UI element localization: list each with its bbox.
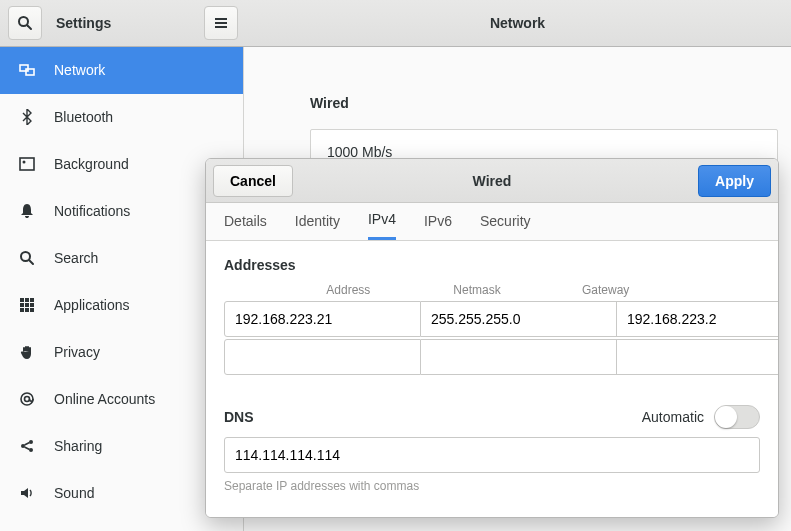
sidebar-item-label: Online Accounts (54, 391, 155, 407)
svg-line-26 (25, 447, 30, 450)
dialog-tabs: Details Identity IPv4 IPv6 Security (206, 203, 778, 241)
bluetooth-icon (18, 109, 36, 125)
address-input[interactable] (224, 301, 421, 337)
cancel-button[interactable]: Cancel (213, 165, 293, 197)
dns-hint: Separate IP addresses with commas (224, 479, 760, 493)
sidebar-item-bluetooth[interactable]: Bluetooth (0, 94, 243, 141)
svg-line-1 (28, 26, 32, 30)
svg-point-20 (21, 393, 33, 405)
svg-line-25 (25, 443, 30, 446)
addresses-heading: Addresses (224, 257, 760, 273)
gateway-input[interactable] (617, 339, 779, 375)
automatic-label: Automatic (642, 409, 704, 425)
svg-rect-7 (20, 158, 34, 170)
svg-rect-12 (25, 298, 29, 302)
tab-details[interactable]: Details (224, 203, 267, 240)
svg-rect-13 (30, 298, 34, 302)
gateway-col-label: Gateway (541, 283, 670, 297)
sidebar-item-label: Search (54, 250, 98, 266)
tab-identity[interactable]: Identity (295, 203, 340, 240)
menu-button[interactable] (204, 6, 238, 40)
network-icon (18, 62, 36, 78)
search-icon (17, 15, 33, 31)
sidebar-item-label: Network (54, 62, 105, 78)
svg-rect-16 (30, 303, 34, 307)
svg-rect-18 (25, 308, 29, 312)
svg-point-8 (23, 161, 26, 164)
address-row (224, 339, 760, 375)
netmask-input[interactable] (421, 339, 617, 375)
speaker-icon (18, 485, 36, 501)
svg-rect-19 (30, 308, 34, 312)
bell-icon (18, 203, 36, 219)
dns-heading: DNS (224, 409, 254, 425)
at-icon (18, 391, 36, 407)
connection-dialog: Cancel Wired Apply Details Identity IPv4… (205, 158, 779, 518)
sidebar-item-label: Sharing (54, 438, 102, 454)
sidebar-item-label: Bluetooth (54, 109, 113, 125)
apps-icon (18, 297, 36, 313)
settings-title: Settings (56, 15, 111, 31)
svg-rect-14 (20, 303, 24, 307)
sidebar-item-label: Sound (54, 485, 94, 501)
sidebar-item-label: Background (54, 156, 129, 172)
svg-point-9 (21, 252, 30, 261)
svg-rect-15 (25, 303, 29, 307)
svg-rect-11 (20, 298, 24, 302)
apply-button[interactable]: Apply (698, 165, 771, 197)
hamburger-icon (213, 15, 229, 31)
svg-point-0 (19, 17, 28, 26)
page-title: Network (490, 15, 545, 31)
svg-point-24 (29, 448, 33, 452)
tab-security[interactable]: Security (480, 203, 531, 240)
tab-ipv4[interactable]: IPv4 (368, 203, 396, 240)
sidebar-item-label: Privacy (54, 344, 100, 360)
gateway-input[interactable] (617, 301, 779, 337)
address-input[interactable] (224, 339, 421, 375)
dialog-title: Wired (473, 173, 512, 189)
wired-section-title: Wired (310, 95, 791, 111)
sidebar-item-label: Applications (54, 297, 130, 313)
hand-icon (18, 344, 36, 360)
sidebar-item-label: Notifications (54, 203, 130, 219)
search-icon (18, 250, 36, 266)
search-button[interactable] (8, 6, 42, 40)
netmask-input[interactable] (421, 301, 617, 337)
svg-line-10 (30, 261, 34, 265)
svg-point-23 (29, 440, 33, 444)
background-icon (18, 157, 36, 171)
dns-input[interactable] (224, 437, 760, 473)
share-icon (18, 438, 36, 454)
tab-ipv6[interactable]: IPv6 (424, 203, 452, 240)
address-col-label: Address (284, 283, 413, 297)
svg-rect-17 (20, 308, 24, 312)
address-row (224, 301, 760, 337)
netmask-col-label: Netmask (413, 283, 542, 297)
sidebar-item-network[interactable]: Network (0, 47, 243, 94)
dns-automatic-toggle[interactable] (714, 405, 760, 429)
